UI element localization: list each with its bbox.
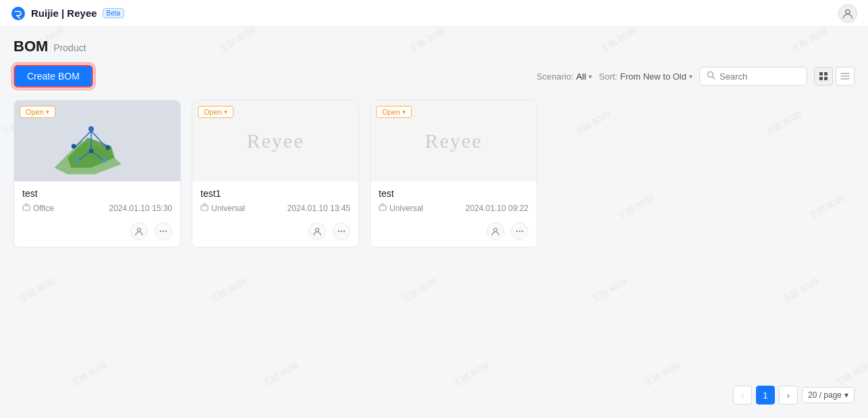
card-more-button[interactable] <box>511 222 528 240</box>
svg-point-37 <box>494 229 497 232</box>
card-meta-left: Universal <box>200 203 245 213</box>
svg-point-21 <box>72 144 76 148</box>
card-body: test Office 2024.01.10 15:30 <box>14 181 180 218</box>
card-card2[interactable]: Reyee Open ▾ test1 Universal 2024.01.10 … <box>192 100 359 247</box>
svg-point-22 <box>105 145 110 150</box>
per-page-select[interactable]: 20 / page ▾ <box>802 387 855 403</box>
list-view-button[interactable] <box>836 67 855 86</box>
svg-point-28 <box>160 231 161 232</box>
open-badge[interactable]: Open ▾ <box>20 106 55 118</box>
card-user-button[interactable] <box>308 222 326 240</box>
card-footer <box>371 218 537 247</box>
svg-point-20 <box>88 126 94 131</box>
page-1-button[interactable]: 1 <box>756 386 775 405</box>
card-meta-left: Office <box>22 203 54 213</box>
search-icon <box>707 71 715 82</box>
card-date: 2024.01.10 13:45 <box>288 204 350 213</box>
pagination-row: ‹ 1 › 20 / page ▾ <box>733 386 855 405</box>
user-avatar[interactable] <box>838 4 857 23</box>
card-body: test Universal 2024.01.10 09:22 <box>371 181 537 218</box>
svg-point-33 <box>338 231 340 232</box>
view-toggle <box>814 67 855 86</box>
svg-point-30 <box>165 231 167 232</box>
card-user-button[interactable] <box>130 222 148 240</box>
svg-rect-36 <box>379 206 386 210</box>
card-meta: Office 2024.01.10 15:30 <box>22 203 172 213</box>
card-user-button[interactable] <box>487 222 504 240</box>
card-name: test <box>379 188 528 199</box>
category-icon <box>200 203 209 213</box>
card-footer <box>14 218 180 247</box>
svg-rect-6 <box>819 77 823 80</box>
svg-point-29 <box>163 231 164 232</box>
category-icon <box>379 203 387 213</box>
svg-point-34 <box>341 231 342 232</box>
scenario-label: Scenario: <box>537 71 574 82</box>
open-badge[interactable]: Open ▾ <box>198 106 234 118</box>
card-name: test1 <box>200 188 350 199</box>
svg-rect-5 <box>824 72 828 76</box>
svg-point-40 <box>522 231 523 232</box>
svg-point-35 <box>344 231 345 232</box>
logo: Ruijie | Reyee Beta <box>11 6 124 21</box>
open-chevron-icon: ▾ <box>224 109 227 115</box>
main-content: BOM Product Create BOM Scenario: All ▾ S… <box>0 27 868 258</box>
svg-point-1 <box>846 9 850 13</box>
scenario-value: All <box>576 71 586 82</box>
svg-rect-4 <box>819 72 823 76</box>
open-badge[interactable]: Open ▾ <box>376 106 412 118</box>
svg-point-0 <box>11 7 25 20</box>
scenario-select[interactable]: Scenario: All ▾ <box>537 71 592 82</box>
open-chevron-icon: ▾ <box>46 109 49 115</box>
card-meta: Universal 2024.01.10 13:45 <box>200 203 350 213</box>
sort-label: Sort: <box>599 71 617 82</box>
svg-line-3 <box>713 77 715 79</box>
card-date: 2024.01.10 15:30 <box>109 204 172 213</box>
card-footer <box>192 218 358 247</box>
svg-point-38 <box>516 231 518 232</box>
card-body: test1 Universal 2024.01.10 13:45 <box>192 181 358 218</box>
svg-point-39 <box>519 231 520 232</box>
open-chevron-icon: ▾ <box>402 109 406 115</box>
page-title-bom: BOM <box>13 38 48 55</box>
logo-icon <box>11 6 26 21</box>
sort-value: From New to Old <box>620 71 686 82</box>
cards-grid: Open ▾ test Office 2024.01.10 15:30 <box>13 100 855 247</box>
category-icon <box>22 203 30 213</box>
card-more-button[interactable] <box>155 222 172 240</box>
svg-point-25 <box>103 158 107 162</box>
card-thumbnail: Reyee Open ▾ <box>371 100 537 181</box>
open-label: Open <box>204 108 222 116</box>
reyee-placeholder: Reyee <box>247 129 304 152</box>
card-date: 2024.01.10 09:22 <box>466 204 528 213</box>
per-page-value: 20 / page <box>808 390 842 400</box>
card-card1[interactable]: Open ▾ test Office 2024.01.10 15:30 <box>13 100 181 247</box>
next-page-button[interactable]: › <box>779 386 798 405</box>
search-input[interactable] <box>720 71 800 82</box>
svg-rect-31 <box>201 206 208 210</box>
sort-select[interactable]: Sort: From New to Old ▾ <box>599 71 693 82</box>
prev-page-button[interactable]: ‹ <box>733 386 752 405</box>
card-category: Universal <box>389 204 423 213</box>
card-thumbnail: Open ▾ <box>14 100 180 181</box>
card-meta: Universal 2024.01.10 09:22 <box>379 203 528 213</box>
card-thumbnail: Reyee Open ▾ <box>192 100 358 181</box>
sort-chevron-icon: ▾ <box>689 73 693 80</box>
card-more-button[interactable] <box>333 222 350 240</box>
toolbar-row: Create BOM Scenario: All ▾ Sort: From Ne… <box>13 65 855 88</box>
card-category: Universal <box>211 204 245 213</box>
header-right <box>838 4 857 23</box>
open-label: Open <box>26 108 44 116</box>
create-bom-button[interactable]: Create BOM <box>13 65 93 88</box>
card-name: test <box>22 188 172 199</box>
svg-point-27 <box>138 229 141 232</box>
card-meta-left: Universal <box>379 203 423 213</box>
card-card3[interactable]: Reyee Open ▾ test Universal 2024.01.10 0… <box>370 100 537 247</box>
search-box[interactable] <box>699 67 807 86</box>
card-category: Office <box>33 204 54 213</box>
logo-text: Ruijie | Reyee <box>31 7 97 19</box>
reyee-placeholder: Reyee <box>425 129 483 152</box>
svg-point-23 <box>89 148 94 153</box>
svg-rect-7 <box>824 77 828 80</box>
grid-view-button[interactable] <box>814 67 833 86</box>
